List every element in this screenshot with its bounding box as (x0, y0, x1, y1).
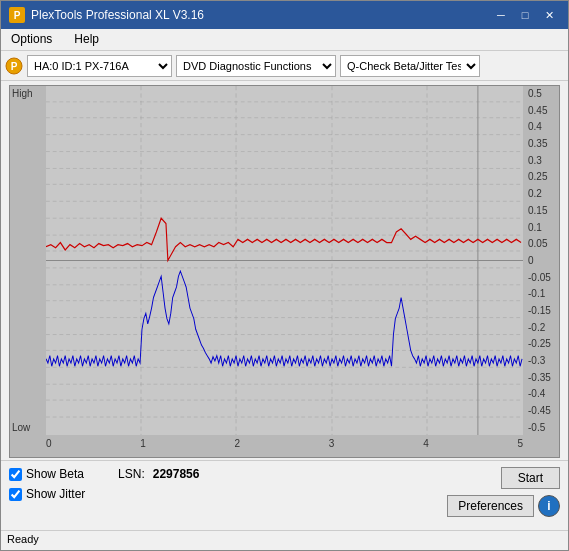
app-icon: P (9, 7, 25, 23)
title-bar-left: P PlexTools Professional XL V3.16 (9, 7, 204, 23)
chart-area: High Low 0.5 0.45 0.4 0.35 0.3 0.25 0.2 … (1, 81, 568, 460)
show-jitter-row: Show Jitter (9, 487, 199, 501)
y-label-10: 0 (525, 255, 557, 266)
menu-bar: Options Help (1, 29, 568, 51)
y-label-15: -0.25 (525, 338, 557, 349)
show-beta-checkbox[interactable] (9, 468, 22, 481)
y-label-11: -0.05 (525, 272, 557, 283)
toolbar: P HA:0 ID:1 PX-716A DVD Diagnostic Funct… (1, 51, 568, 81)
title-bar: P PlexTools Professional XL V3.16 ─ □ ✕ (1, 1, 568, 29)
y-label-13: -0.15 (525, 305, 557, 316)
minimize-button[interactable]: ─ (490, 6, 512, 24)
title-bar-controls: ─ □ ✕ (490, 6, 560, 24)
right-controls: Start Preferences i (447, 467, 560, 517)
x-label-5: 5 (517, 438, 523, 449)
maximize-button[interactable]: □ (514, 6, 536, 24)
x-label-4: 4 (423, 438, 429, 449)
lsn-label: LSN: (118, 467, 145, 481)
y-label-0: 0.5 (525, 88, 557, 99)
x-label-0: 0 (46, 438, 52, 449)
y-label-1: 0.45 (525, 105, 557, 116)
y-label-9: 0.05 (525, 238, 557, 249)
x-axis: 0 1 2 3 4 5 (46, 435, 523, 457)
y-label-14: -0.2 (525, 322, 557, 333)
show-beta-row: Show Beta LSN: 2297856 (9, 467, 199, 481)
drive-icon: P (5, 57, 23, 75)
left-controls: Show Beta LSN: 2297856 Show Jitter (9, 467, 199, 505)
function-select[interactable]: DVD Diagnostic Functions (176, 55, 336, 77)
bottom-panel: Show Beta LSN: 2297856 Show Jitter Start… (1, 460, 568, 530)
status-bar: Ready (1, 530, 568, 550)
y-label-12: -0.1 (525, 288, 557, 299)
y-label-19: -0.45 (525, 405, 557, 416)
y-label-6: 0.2 (525, 188, 557, 199)
close-button[interactable]: ✕ (538, 6, 560, 24)
chart-inner (46, 86, 523, 435)
chart-svg (46, 86, 523, 435)
y-label-16: -0.3 (525, 355, 557, 366)
y-label-18: -0.4 (525, 388, 557, 399)
start-button[interactable]: Start (501, 467, 560, 489)
test-select[interactable]: Q-Check Beta/Jitter Test (340, 55, 480, 77)
chart-container: High Low 0.5 0.45 0.4 0.35 0.3 0.25 0.2 … (9, 85, 560, 458)
y-label-17: -0.35 (525, 372, 557, 383)
show-jitter-label: Show Jitter (26, 487, 85, 501)
y-label-3: 0.35 (525, 138, 557, 149)
y-axis-right: 0.5 0.45 0.4 0.35 0.3 0.25 0.2 0.15 0.1 … (523, 86, 559, 435)
x-label-1: 1 (140, 438, 146, 449)
window-title: PlexTools Professional XL V3.16 (31, 8, 204, 22)
x-label-3: 3 (329, 438, 335, 449)
menu-help[interactable]: Help (68, 31, 105, 48)
svg-text:P: P (11, 61, 18, 72)
main-window: P PlexTools Professional XL V3.16 ─ □ ✕ … (0, 0, 569, 551)
pref-info-row: Preferences i (447, 495, 560, 517)
preferences-button[interactable]: Preferences (447, 495, 534, 517)
info-button[interactable]: i (538, 495, 560, 517)
y-label-4: 0.3 (525, 155, 557, 166)
y-label-2: 0.4 (525, 121, 557, 132)
high-label: High (12, 88, 33, 99)
show-jitter-checkbox[interactable] (9, 488, 22, 501)
low-label: Low (12, 422, 30, 433)
y-label-7: 0.15 (525, 205, 557, 216)
y-label-20: -0.5 (525, 422, 557, 433)
y-label-8: 0.1 (525, 222, 557, 233)
y-label-5: 0.25 (525, 171, 557, 182)
drive-select[interactable]: HA:0 ID:1 PX-716A (27, 55, 172, 77)
status-text: Ready (7, 533, 39, 545)
show-beta-label: Show Beta (26, 467, 84, 481)
lsn-value: 2297856 (153, 467, 200, 481)
x-label-2: 2 (235, 438, 241, 449)
menu-options[interactable]: Options (5, 31, 58, 48)
